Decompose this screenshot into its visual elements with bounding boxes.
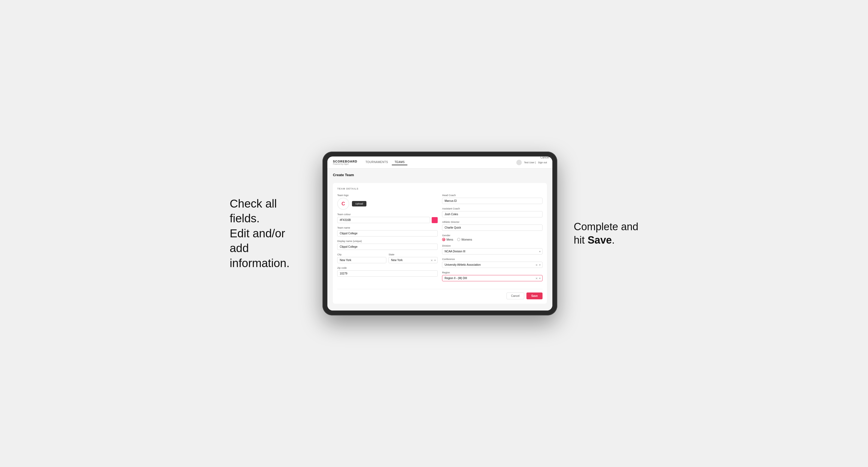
gender-label: Gender xyxy=(442,234,542,237)
region-caret-icon[interactable]: ▼ xyxy=(539,277,541,279)
page-title: Create Team xyxy=(333,173,354,177)
main-content: Create Team Cancel ✕ TEAM DETAILS Team l… xyxy=(328,168,552,311)
state-group: State ✕ ▼ xyxy=(389,253,438,263)
user-label: Test User | xyxy=(524,161,536,164)
city-group: City xyxy=(337,253,386,263)
athletic-director-group: Athletic Director xyxy=(442,221,542,231)
form-left-col: Team logo C Upload Team colo xyxy=(337,194,438,285)
head-coach-label: Head Coach xyxy=(442,194,542,197)
athletic-director-label: Athletic Director xyxy=(442,221,542,223)
right-annotation-suffix: . xyxy=(612,234,615,246)
division-label: Division xyxy=(442,244,542,247)
region-label: Region xyxy=(442,271,542,274)
tablet-frame: SCOREBOARD Powered by clippd TOURNAMENTS… xyxy=(322,152,557,315)
gender-mens-radio[interactable] xyxy=(442,238,445,241)
team-logo-circle: C xyxy=(337,198,349,210)
display-name-input[interactable] xyxy=(337,244,438,250)
conference-group: Conference ✕ ▼ xyxy=(442,258,542,268)
save-button[interactable]: Save xyxy=(526,292,542,299)
nav-links: TOURNAMENTS TEAMS xyxy=(363,159,511,165)
left-annotation: Check all fields. Edit and/or add inform… xyxy=(229,196,306,271)
zip-code-group: Zip code xyxy=(337,267,438,277)
form-container: TEAM DETAILS Team logo C xyxy=(333,183,547,304)
division-group: Division ▼ xyxy=(442,244,542,254)
city-label: City xyxy=(337,253,386,256)
region-select-wrapper: ✕ ▼ xyxy=(442,275,542,281)
form-right-col: Head Coach Assistant Coach Athletic Dire… xyxy=(442,194,542,285)
region-group: Region ✕ ▼ xyxy=(442,271,542,281)
team-name-label: Team name xyxy=(337,226,438,229)
logo-sub-text: Powered by clippd xyxy=(333,163,357,165)
city-state-row: City State ✕ ▼ xyxy=(337,253,438,263)
section-label: TEAM DETAILS xyxy=(337,187,542,190)
sign-out-link[interactable]: Sign out xyxy=(538,161,547,164)
annotation-line1: Check all fields. xyxy=(229,197,277,225)
division-input[interactable] xyxy=(442,248,542,254)
state-label: State xyxy=(389,253,438,256)
cancel-button[interactable]: Cancel xyxy=(506,292,524,299)
conference-input[interactable] xyxy=(442,261,542,268)
team-colour-group: Team colour xyxy=(337,213,438,223)
state-select-wrapper: ✕ ▼ xyxy=(389,257,438,263)
conference-label: Conference xyxy=(442,258,542,260)
nav-user-area: Test User | Sign out xyxy=(516,160,547,165)
display-name-label: Display name (unique) xyxy=(337,240,438,243)
logo-upload-area: C Upload xyxy=(337,198,438,210)
team-colour-input[interactable] xyxy=(337,217,430,223)
team-colour-label: Team colour xyxy=(337,213,438,216)
annotation-line2: Edit and/or add xyxy=(229,227,285,255)
cancel-top-button[interactable]: Cancel ✕ xyxy=(540,156,552,159)
zip-input[interactable] xyxy=(337,270,438,277)
logo-main-text: SCOREBOARD xyxy=(333,160,357,163)
nav-teams[interactable]: TEAMS xyxy=(392,159,407,165)
athletic-director-input[interactable] xyxy=(442,224,542,231)
assistant-coach-label: Assistant Coach xyxy=(442,207,542,210)
region-input[interactable] xyxy=(442,275,542,281)
app-logo: SCOREBOARD Powered by clippd xyxy=(333,160,357,165)
right-annotation-prefix: hit xyxy=(574,234,588,246)
form-two-col: Team logo C Upload Team colo xyxy=(337,194,542,285)
display-name-group: Display name (unique) xyxy=(337,240,438,250)
user-avatar xyxy=(516,160,522,165)
right-annotation-line1: Complete and xyxy=(574,221,639,232)
upload-button[interactable]: Upload xyxy=(352,201,366,207)
gender-options: Mens Womens xyxy=(442,238,542,241)
form-footer: Cancel Save xyxy=(337,289,542,299)
team-logo-label: Team logo xyxy=(337,194,438,197)
assistant-coach-group: Assistant Coach xyxy=(442,207,542,217)
division-caret-icon[interactable]: ▼ xyxy=(539,250,541,253)
tablet-screen: SCOREBOARD Powered by clippd TOURNAMENTS… xyxy=(328,156,552,311)
nav-tournaments[interactable]: TOURNAMENTS xyxy=(363,159,391,165)
color-input-row xyxy=(337,217,438,223)
conference-select-wrapper: ✕ ▼ xyxy=(442,261,542,268)
zip-label: Zip code xyxy=(337,267,438,269)
nav-bar: SCOREBOARD Powered by clippd TOURNAMENTS… xyxy=(328,156,552,168)
region-clear-icon[interactable]: ✕ xyxy=(535,277,538,280)
team-name-group: Team name xyxy=(337,226,438,237)
city-input[interactable] xyxy=(337,257,386,263)
gender-mens-option[interactable]: Mens xyxy=(442,238,453,241)
gender-womens-option[interactable]: Womens xyxy=(457,238,472,241)
conference-caret-icon[interactable]: ▼ xyxy=(539,263,541,266)
state-input[interactable] xyxy=(389,257,438,263)
gender-mens-label: Mens xyxy=(446,238,453,241)
gender-group: Gender Mens Womens xyxy=(442,234,542,241)
annotation-line3: information. xyxy=(229,257,289,270)
head-coach-group: Head Coach xyxy=(442,194,542,204)
logo-letter: C xyxy=(342,201,345,207)
color-swatch[interactable] xyxy=(432,217,438,223)
state-caret-icon[interactable]: ▼ xyxy=(434,259,436,261)
gender-womens-radio[interactable] xyxy=(457,238,460,241)
conference-clear-icon[interactable]: ✕ xyxy=(535,263,538,266)
right-annotation: Complete and hit Save. xyxy=(574,220,639,247)
division-select-wrapper: ▼ xyxy=(442,248,542,254)
team-logo-group: Team logo C Upload xyxy=(337,194,438,210)
head-coach-input[interactable] xyxy=(442,198,542,204)
right-annotation-bold: Save xyxy=(588,234,612,246)
gender-womens-label: Womens xyxy=(461,238,472,241)
state-clear-icon[interactable]: ✕ xyxy=(431,259,433,261)
team-name-input[interactable] xyxy=(337,230,438,237)
assistant-coach-input[interactable] xyxy=(442,211,542,217)
